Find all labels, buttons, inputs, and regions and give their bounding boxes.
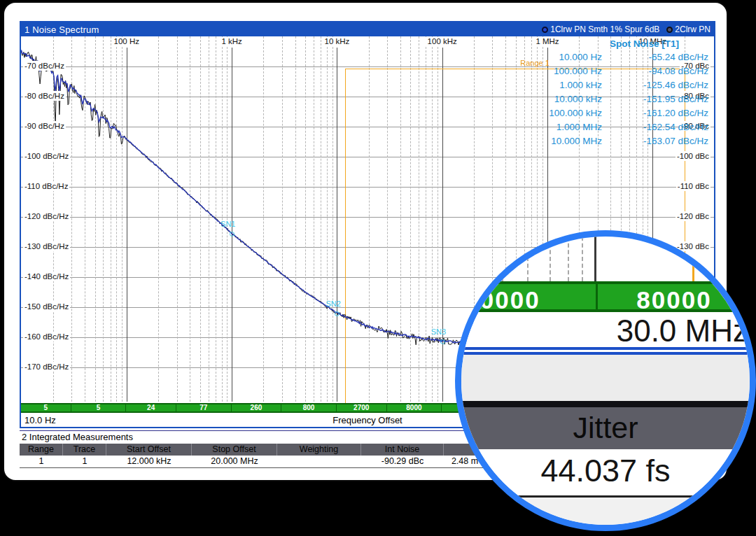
spot-noise-row: 1.000 kHz-125.46 dBc/Hz [463,78,708,92]
measurement-cell: 12.000 kHz [106,456,192,467]
y-axis-label-left: -140 dBc/Hz [23,271,70,281]
integrated-measurements-title: 2 Integrated Measurements [20,431,490,444]
integrated-measurements-window: 2 Integrated Measurements RangeTraceStar… [20,430,490,474]
spot-noise-row: 1.000 MHz-162.54 dBc/Hz [463,120,708,134]
sweep-segment: 8000 [387,404,442,411]
spot-noise-frequency: 100.000 kHz [497,106,602,120]
measurement-table-header: RangeTraceStart OffsetStop OffsetWeighti… [20,444,490,456]
column-header-int-noise: Int Noise [361,444,444,456]
spot-noise-table: Spot Noise [T1] 10.000 Hz-65.24 dBc/Hz10… [463,37,708,148]
magnified-segment-separator [596,284,598,309]
trace1-dot-icon [542,27,548,33]
spot-noise-value: -162.54 dBc/Hz [602,120,708,134]
magnified-major-gridline [594,237,596,281]
spot-noise-value: -151.95 dBc/Hz [602,92,708,106]
legend-trace2[interactable]: 2Clrw PN [666,24,710,34]
measurement-cell [277,456,361,467]
magnified-gridline [568,237,569,281]
spot-noise-marker[interactable] [440,339,445,344]
spot-noise-value: -94.08 dBc/Hz [602,64,708,78]
sweep-segment: 5 [21,404,71,411]
legend-trace1[interactable]: 1Clrw PN Smth 1% Spur 6dB [542,24,659,34]
spot-noise-row: 100.000 Hz-94.08 dBc/Hz [463,64,708,78]
legend-trace1-label: 1Clrw PN Smth 1% Spur 6dB [550,24,659,34]
y-axis-label-left: -130 dBc/Hz [23,241,70,251]
sweep-segment: 260 [232,404,282,411]
y-axis-label-left: -110 dBc/Hz [23,181,69,191]
magnified-jitter-header: Jitter [461,407,750,449]
spot-noise-marker-label[interactable]: SN3 [431,327,446,336]
spot-noise-row: 100.000 kHz-161.20 dBc/Hz [463,106,708,120]
column-header-start-offset: Start Offset [106,444,192,456]
sweep-segment: 77 [176,404,232,411]
column-header-range: Range [20,444,63,456]
y-axis-label-left: -170 dBc/Hz [23,362,70,372]
magnified-gridline [582,237,583,281]
magnified-axis-end: 30.0 MHz [461,312,750,347]
spot-noise-marker-label[interactable]: SN1 [220,220,235,228]
y-axis-label-right: -120 dBc [676,211,710,221]
measurement-cell: 1 [63,456,106,467]
magnifier-bubble: 30000 80000 30.0 MHz Jitter 44.037 fs [455,230,756,531]
noise-spectrum-titlebar[interactable]: 1 Noise Spectrum 1Clrw PN Smth 1% Spur 6… [21,22,714,36]
y-axis-label-right: -110 dBc [676,181,710,191]
x-axis-tick-label: 100 Hz [112,37,141,45]
x-axis-tick-label: 100 kHz [426,37,459,45]
magnified-jitter-value: 44.037 fs [461,449,750,495]
spot-noise-row: 10.000 MHz-163.07 dBc/Hz [463,134,708,148]
spot-noise-frequency: 100.000 Hz [497,64,602,78]
measurement-cell: 20.000 MHz [192,456,277,467]
sweep-segment: 5 [71,404,127,411]
y-axis-label-right: -100 dBc [676,151,710,161]
sweep-segment: 24 [126,404,176,411]
spot-noise-value: -163.07 dBc/Hz [602,134,708,148]
spot-noise-value: -65.24 dBc/Hz [602,50,708,64]
magnified-window-gap [461,355,750,401]
measurement-table-row[interactable]: 1112.000 kHz20.000 MHz-90.29 dBc2.48 m [20,456,490,468]
magnified-panel-border [461,401,750,407]
y-axis-label-left: -100 dBc/Hz [23,151,70,161]
spot-noise-value: -125.46 dBc/Hz [602,78,708,92]
measurement-cell: 1 [20,456,63,467]
y-axis-label-left: -80 dBc/Hz [23,91,66,101]
y-axis-label-left: -160 dBc/Hz [23,332,70,341]
magnified-sweep-bar: 30000 80000 [461,281,750,312]
spot-noise-marker-label[interactable]: SN2 [326,299,340,308]
x-axis-tick-label: 10 kHz [322,37,351,45]
y-axis-label-left: -90 dBc/Hz [23,121,66,131]
magnified-window-border [461,347,750,350]
spot-noise-row: 10.000 kHz-151.95 dBc/Hz [463,92,708,106]
magnified-gridline [550,237,551,281]
y-axis-label-left: -150 dBc/Hz [23,302,70,311]
spot-noise-value: -161.20 dBc/Hz [602,106,708,120]
spot-noise-frequency: 1.000 kHz [497,78,602,92]
spot-noise-frequency: 1.000 MHz [497,120,602,134]
spot-noise-frequency: 10.000 Hz [497,50,602,64]
magnified-stop-frequency: 30.0 MHz [617,313,748,348]
spot-noise-row: 10.000 Hz-65.24 dBc/Hz [463,50,708,64]
sweep-segment: 2700 [337,404,387,411]
spot-noise-title: Spot Noise [T1] [463,37,708,50]
legend-trace2-label: 2Clrw PN [675,24,710,34]
trace2-dot-icon [666,27,673,33]
column-header-trace: Trace [63,444,106,456]
spot-noise-frequency: 10.000 MHz [497,134,602,148]
window-title: 1 Noise Spectrum [24,24,99,35]
spot-noise-frequency: 10.000 kHz [497,92,602,106]
measurement-cell: -90.29 dBc [361,456,444,467]
x-axis-tick-label: 1 kHz [219,37,244,45]
column-header-stop-offset: Stop Offset [192,444,277,456]
magnified-footer [461,498,750,528]
column-header-weighting: Weighting [277,444,361,456]
y-axis-label-left: -120 dBc/Hz [23,211,70,221]
sweep-segment: 800 [281,404,337,411]
y-axis-label-left: -70 dBc/Hz [23,61,66,71]
